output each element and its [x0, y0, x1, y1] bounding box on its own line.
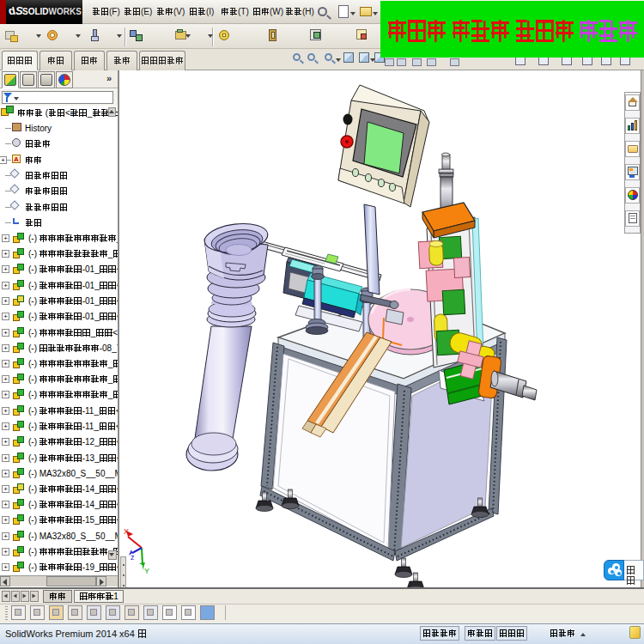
svg-text:X: X [124, 527, 129, 536]
svg-text:z: z [131, 553, 135, 562]
svg-text:Y: Y [144, 567, 149, 575]
